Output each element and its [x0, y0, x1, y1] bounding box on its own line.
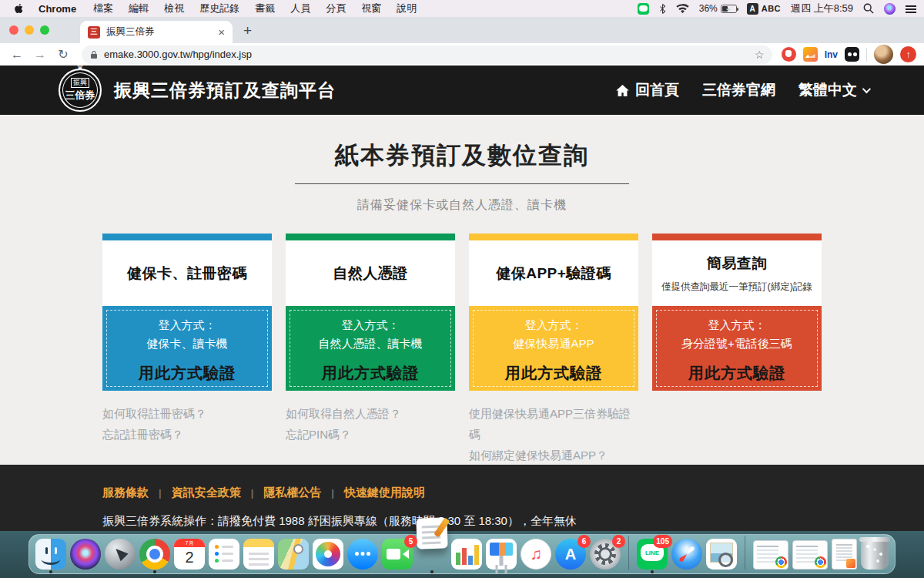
dock-numbers[interactable]: [451, 539, 482, 570]
back-button[interactable]: ←: [8, 48, 26, 62]
siri-icon[interactable]: [884, 3, 896, 15]
logo-text-bottom: 三倍券: [65, 89, 95, 102]
dock-window-chrome-2[interactable]: [792, 540, 828, 570]
bluetooth-icon[interactable]: [659, 4, 666, 14]
dock-finder[interactable]: [35, 539, 66, 570]
extension-eyes-icon[interactable]: [845, 47, 859, 62]
dock-siri[interactable]: [70, 539, 101, 570]
nav-language-select[interactable]: 繁體中文: [798, 80, 869, 100]
footer-link[interactable]: 隱私權公告: [263, 486, 321, 500]
dock-appstore[interactable]: 6: [555, 539, 586, 570]
wifi-icon[interactable]: [676, 4, 689, 14]
macos-menubar: Chrome 檔案編輯檢視歷史記錄書籤人員分頁視窗說明 36% ⌁ A ABC …: [0, 0, 924, 17]
card-login-method: 健保卡、讀卡機: [102, 334, 272, 353]
help-link[interactable]: 忘記註冊密碼？: [102, 424, 272, 445]
help-link[interactable]: 忘記PIN碼？: [286, 424, 455, 445]
dock-calendar[interactable]: 7月2: [174, 539, 205, 570]
battery-status[interactable]: 36% ⌁: [699, 3, 737, 14]
dock-strip: 7月2562LINE105: [0, 531, 924, 578]
macos-dock: 7月2562LINE105: [28, 534, 896, 574]
card-login-label: 登入方式：: [652, 316, 822, 334]
card-verify-button[interactable]: 登入方式： 身分證號+電話後三碼 用此方式驗證: [652, 306, 822, 391]
extension-hand-icon[interactable]: [782, 47, 796, 62]
menubar-item[interactable]: 編輯: [129, 2, 149, 15]
dock-chrome[interactable]: [139, 539, 170, 570]
menubar-item[interactable]: 說明: [397, 2, 417, 15]
dock-system-preferences[interactable]: 2: [590, 539, 621, 570]
card-verify-button[interactable]: 登入方式： 健保快易通APP 用此方式驗證: [469, 306, 638, 391]
profile-avatar[interactable]: [874, 45, 893, 64]
dock-badge: 6: [578, 535, 591, 548]
menubar-item[interactable]: 歷史記錄: [199, 2, 239, 15]
dock-music[interactable]: [521, 539, 551, 570]
dock-facetime[interactable]: 5: [382, 539, 413, 570]
menubar-item[interactable]: 檢視: [164, 2, 184, 15]
tab-close-icon[interactable]: ×: [218, 26, 225, 38]
reload-button[interactable]: ↻: [54, 47, 72, 62]
help-link[interactable]: 如何取得自然人憑證？: [286, 403, 455, 424]
close-window-button[interactable]: [9, 25, 18, 35]
minimize-window-button[interactable]: [25, 25, 34, 35]
dock-photos[interactable]: [313, 539, 343, 570]
input-method-status[interactable]: A ABC: [747, 3, 781, 15]
running-indicator: [651, 570, 654, 573]
address-bar[interactable]: emake.3000.gov.tw/hpg/index.jsp ☆: [82, 45, 772, 64]
help-link[interactable]: 使用健保快易通APP三倍券驗證碼: [469, 403, 638, 445]
card-verify-button[interactable]: 登入方式： 健保卡、讀卡機 用此方式驗證: [102, 306, 272, 391]
footer-link[interactable]: 服務條款: [102, 486, 149, 500]
browser-tab[interactable]: 三 振興三倍券 ×: [80, 21, 233, 43]
notification-center-icon[interactable]: [906, 5, 916, 13]
logo-crown-icon: ♛: [77, 63, 84, 72]
menubar-item[interactable]: 分頁: [326, 2, 346, 15]
zoom-window-button[interactable]: [40, 25, 49, 35]
card-nhi-app-code: 健保APP+驗證碼 登入方式： 健保快易通APP 用此方式驗證: [469, 234, 638, 391]
tab-title: 振興三倍券: [106, 25, 212, 39]
card-login-method: 自然人憑證、讀卡機: [286, 334, 455, 353]
dock-keynote[interactable]: [486, 539, 517, 570]
dock-notes[interactable]: [243, 539, 274, 570]
nav-official-site-link[interactable]: 三倍券官網: [702, 80, 775, 100]
dock-window-chrome-1[interactable]: [753, 540, 788, 570]
nav-home-link[interactable]: 回首頁: [615, 80, 679, 100]
line-status-icon[interactable]: [638, 3, 649, 15]
dock-maps[interactable]: [278, 539, 309, 570]
help-link[interactable]: 如何綁定健保快易通APP？: [469, 445, 638, 465]
dock-window-document[interactable]: [832, 539, 857, 570]
home-icon: [615, 83, 630, 98]
card-action-label: 用此方式驗證: [469, 363, 638, 384]
chrome-tabstrip: 三 振興三倍券 × +: [0, 17, 924, 43]
new-tab-button[interactable]: +: [243, 22, 252, 39]
apple-menu-icon[interactable]: [14, 3, 25, 14]
menubar-clock[interactable]: 週四 上午8:59: [791, 2, 853, 15]
dock-launchpad[interactable]: [105, 539, 136, 570]
card-subtitle: 僅提供查詢最近一筆預訂(綁定)記錄: [661, 281, 812, 294]
footer-link[interactable]: 快速鍵使用說明: [344, 486, 425, 500]
menubar-item[interactable]: 檔案: [93, 2, 113, 15]
extension-inv-icon[interactable]: Inv: [825, 49, 838, 60]
input-method-icon: A: [747, 3, 758, 15]
page-title: 紙本券預訂及數位查詢: [295, 139, 629, 184]
extension-arrow-icon[interactable]: ↑: [900, 46, 916, 62]
forward-button[interactable]: →: [31, 48, 49, 62]
menubar-item[interactable]: 書籤: [255, 2, 275, 15]
running-indicator: [49, 570, 52, 573]
spotlight-icon[interactable]: [863, 3, 874, 14]
menubar-item[interactable]: 視窗: [361, 2, 381, 15]
dock-preview[interactable]: [706, 539, 737, 570]
dock-trash[interactable]: [861, 539, 889, 570]
dock-safari[interactable]: [671, 539, 702, 570]
dock-messages[interactable]: [347, 539, 378, 570]
bookmark-star-icon[interactable]: ☆: [755, 49, 765, 61]
menubar-app-name[interactable]: Chrome: [38, 3, 76, 15]
dock-pages[interactable]: [417, 539, 447, 570]
help-link[interactable]: 如何取得註冊密碼？: [102, 403, 272, 424]
dock-reminders[interactable]: [209, 539, 239, 570]
site-logo[interactable]: ♛ 振興 三倍券: [59, 69, 102, 112]
dock-line[interactable]: LINE105: [637, 539, 668, 570]
card-verify-button[interactable]: 登入方式： 自然人憑證、讀卡機 用此方式驗證: [286, 306, 455, 391]
footer-link[interactable]: 資訊安全政策: [172, 486, 241, 500]
toolbar-separator: [866, 48, 867, 62]
extension-chart-icon[interactable]: [803, 47, 818, 62]
menubar-item[interactable]: 人員: [290, 2, 310, 15]
card-action-label: 用此方式驗證: [652, 363, 822, 384]
